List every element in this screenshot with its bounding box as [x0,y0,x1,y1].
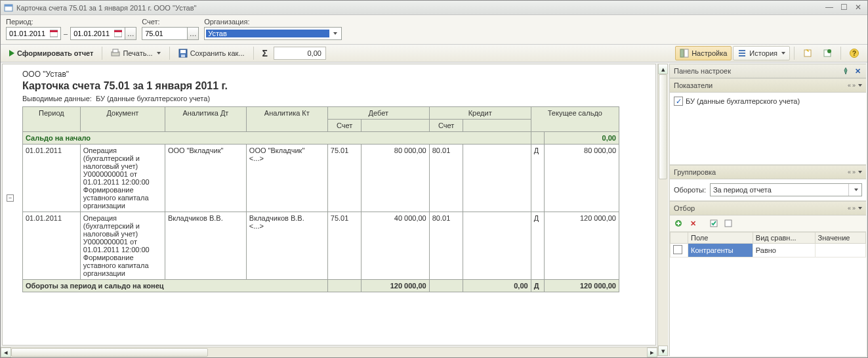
close-button[interactable]: ✕ [852,3,865,12]
pin-icon[interactable] [841,66,850,76]
date-to-field[interactable] [70,27,125,40]
table-row[interactable]: 01.01.2011 Операция (бухгалтерский и нал… [23,145,619,212]
history-button[interactable]: История [733,46,790,60]
run-report-button[interactable]: Сформировать отчет [5,46,98,60]
sigma-button[interactable]: Σ [258,46,272,60]
titlebar: Карточка счета 75.01 за 1 января 2011 г.… [1,1,867,15]
close-panel-icon[interactable]: ✕ [853,66,862,76]
date-to-input[interactable] [72,29,113,38]
v-scrollbar[interactable]: ▴ ▾ [657,64,668,356]
filter-row[interactable]: Контрагенты Равно [671,244,866,257]
scroll-up-icon[interactable]: ▴ [658,64,668,74]
indicators-title: Показатели [674,81,713,89]
list-icon [737,49,747,58]
v-thumb[interactable] [659,74,667,179]
date-from-input[interactable] [8,29,49,38]
chevron-down-icon[interactable] [858,84,862,87]
chevron-right-icon[interactable]: » [852,205,854,212]
col-akt: Аналитика Кт [246,107,327,132]
chevron-left-icon[interactable]: « [848,169,850,175]
printer-icon [111,49,120,58]
col-d-acc: Счет [327,120,362,132]
delete-icon[interactable]: ✕ [687,217,699,229]
grouping-title: Группировка [674,168,716,176]
filter-col-cmp: Вид сравн... [753,233,815,244]
play-icon [9,50,14,56]
scroll-right-icon[interactable]: ▸ [647,347,657,357]
date-from-field[interactable] [6,27,61,40]
row-summary: Обороты за период и сальдо на конец 120 … [23,280,619,292]
chevron-down-icon[interactable] [329,28,340,39]
filter-table: Поле Вид сравн... Значение Контрагенты Р… [670,232,866,257]
toolbar: Сформировать отчет Печать... Сохранить к… [1,44,867,62]
filter-value-cell[interactable] [815,244,865,257]
saveas-label: Сохранить как... [190,49,245,57]
org-label: Организация: [204,18,342,26]
filter-row-checkbox[interactable] [673,245,682,254]
tool-icon [803,49,812,58]
table-row[interactable]: 01.01.2011 Операция (бухгалтерский и нал… [23,212,619,280]
account-field[interactable] [142,27,188,40]
filter-bar: Период: – … Счет: … [1,15,867,44]
report-subtitle: Выводимые данные: БУ (данные бухгалтерск… [22,95,649,102]
tool-icon [823,49,832,58]
save-icon [178,49,188,58]
add-icon[interactable] [672,217,684,229]
panel-title-bar: Панель настроек ✕ [670,64,866,78]
chevron-right-icon[interactable]: » [852,169,854,175]
account-input[interactable] [144,29,176,38]
report-table: Период Документ Аналитика Дт Аналитика К… [22,106,619,292]
turnover-combo[interactable]: За период отчета [710,183,862,196]
sigma-icon: Σ [262,48,268,58]
options2-button[interactable] [818,46,837,60]
chevron-left-icon[interactable]: « [848,82,850,89]
filter-cmp-cell[interactable]: Равно [753,244,815,257]
help-button[interactable]: ? [845,46,863,60]
calendar-icon[interactable] [113,28,123,39]
chevron-left-icon[interactable]: « [848,205,850,212]
col-balance: Текущее сальдо [531,107,619,132]
settings-button[interactable]: Настройка [675,46,732,60]
minimize-button[interactable]: — [823,3,836,12]
svg-rect-10 [181,55,185,57]
calendar-icon[interactable] [49,28,59,39]
account-picker-button[interactable]: … [187,27,199,40]
maximize-button[interactable]: ☐ [837,3,850,12]
period-picker-button[interactable]: … [125,27,136,40]
check-all-icon[interactable] [708,217,720,229]
scroll-left-icon[interactable]: ◂ [1,347,11,357]
svg-rect-11 [680,49,684,57]
filter-col-value: Значение [815,233,865,244]
scroll-down-icon[interactable]: ▾ [658,346,668,356]
col-document: Документ [80,107,165,132]
uncheck-all-icon[interactable] [722,217,734,229]
panel-title: Панель настроек [674,67,731,75]
settings-panel: Панель настроек ✕ Показатели « » БУ (дан… [669,64,866,356]
chevron-down-icon[interactable] [848,184,859,196]
range-dash: – [61,27,70,40]
svg-point-18 [827,49,831,53]
filter-field-cell[interactable]: Контрагенты [688,244,753,257]
chevron-down-icon[interactable] [858,171,862,173]
checkbox-bu[interactable] [674,97,683,106]
indicators-header[interactable]: Показатели « » [670,78,866,93]
chevron-down-icon[interactable] [858,207,862,210]
grouping-header[interactable]: Группировка « » [670,165,866,179]
period-label: Период: [6,18,136,26]
col-period: Период [23,107,81,132]
print-label: Печать... [123,49,152,57]
h-scrollbar[interactable]: ◂ ▸ [1,347,657,357]
org-field[interactable]: Устав [204,27,342,40]
app-icon [3,3,14,13]
history-label: История [749,49,777,57]
collapse-button[interactable]: − [7,194,14,202]
print-button[interactable]: Печать... [106,46,165,60]
options1-button[interactable] [798,46,817,60]
indicator-item: БУ (данные бухгалтерского учета) [686,97,800,105]
svg-rect-9 [180,50,186,53]
chevron-right-icon[interactable]: » [852,82,854,89]
h-thumb[interactable] [11,348,208,357]
filter-header[interactable]: Отбор « » [670,201,866,215]
org-value: Устав [206,30,329,37]
saveas-button[interactable]: Сохранить как... [174,46,249,60]
